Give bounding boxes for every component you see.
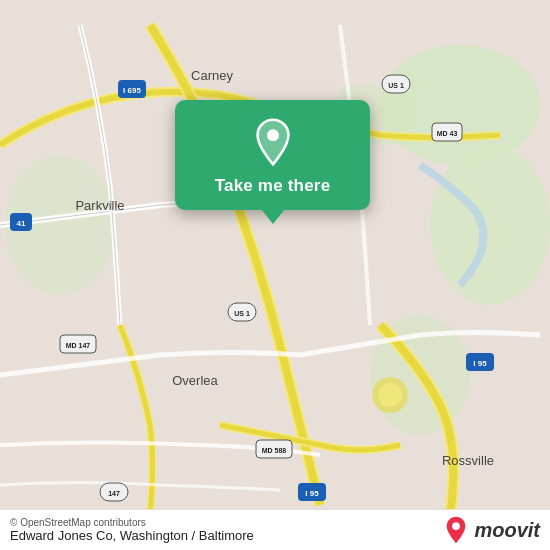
svg-text:Carney: Carney	[191, 68, 233, 83]
moovit-pin-icon	[442, 516, 470, 544]
map-background: I 695 US 1 MD 43 41 MD 147 US 1 MD 588 I…	[0, 0, 550, 550]
svg-text:Rossville: Rossville	[442, 453, 494, 468]
location-name: Edward Jones Co, Washington / Baltimore	[10, 528, 254, 543]
moovit-logo: moovit	[442, 516, 540, 544]
svg-text:Overlea: Overlea	[172, 373, 218, 388]
osm-attribution: © OpenStreetMap contributors	[10, 517, 254, 528]
take-me-there-button[interactable]: Take me there	[215, 176, 331, 196]
svg-text:US 1: US 1	[388, 82, 404, 89]
svg-text:Parkville: Parkville	[75, 198, 124, 213]
svg-point-2	[430, 145, 550, 305]
bottom-bar: © OpenStreetMap contributors Edward Jone…	[0, 509, 550, 550]
svg-text:I 95: I 95	[473, 359, 487, 368]
svg-text:147: 147	[108, 490, 120, 497]
svg-point-7	[378, 383, 402, 407]
svg-text:MD 588: MD 588	[262, 447, 287, 454]
map-container: I 695 US 1 MD 43 41 MD 147 US 1 MD 588 I…	[0, 0, 550, 550]
moovit-brand-text: moovit	[474, 519, 540, 542]
svg-text:US 1: US 1	[234, 310, 250, 317]
svg-text:MD 147: MD 147	[66, 342, 91, 349]
svg-text:I 695: I 695	[123, 86, 141, 95]
bottom-left-info: © OpenStreetMap contributors Edward Jone…	[10, 517, 254, 543]
location-pin-icon	[249, 118, 297, 166]
svg-text:MD 43: MD 43	[437, 130, 458, 137]
svg-point-33	[453, 522, 461, 530]
svg-text:41: 41	[17, 219, 26, 228]
svg-point-32	[267, 129, 279, 141]
svg-text:I 95: I 95	[305, 489, 319, 498]
popup-card[interactable]: Take me there	[175, 100, 370, 210]
